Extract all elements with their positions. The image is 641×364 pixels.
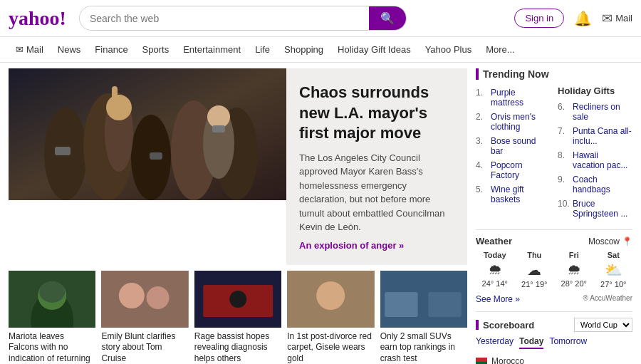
trending-item-5[interactable]: 6. Recliners on sale	[558, 100, 632, 124]
thumb-img-3	[287, 271, 374, 328]
trending-text-0[interactable]: Purple mattress	[491, 88, 551, 108]
trending-text-7[interactable]: Hawaii vacation pac...	[573, 150, 632, 170]
nav-bar: ✉ Mail News Finance Sports Entertainment…	[0, 37, 641, 63]
weather-high-0: 24°	[482, 279, 494, 288]
trending-item-8[interactable]: 9. Coach handbags	[558, 172, 632, 197]
trending-item-2[interactable]: 3. Bose sound bar	[476, 134, 551, 158]
mail-area[interactable]: ✉ Mail	[602, 11, 632, 26]
content-left: Chaos surrounds new L.A. mayor's first m…	[9, 68, 467, 364]
trending-num-3: 4.	[476, 160, 487, 180]
thumb-img-1	[101, 271, 188, 328]
thumb-item-2[interactable]: Rage bassist hopes revealing diagnosis h…	[194, 271, 281, 364]
trending-text-8[interactable]: Coach handbags	[573, 175, 632, 194]
nav-item-news[interactable]: News	[51, 41, 88, 58]
svg-point-24	[229, 291, 246, 308]
nav-item-sports[interactable]: Sports	[135, 41, 177, 58]
svg-rect-9	[112, 86, 118, 104]
score-team-morocco: Morocco	[476, 356, 524, 364]
nav-item-yahoo-plus[interactable]: Yahoo Plus	[418, 41, 479, 58]
trending-item-4[interactable]: 5. Wine gift baskets	[476, 182, 551, 207]
svg-rect-29	[428, 292, 462, 317]
nav-item-entertainment[interactable]: Entertainment	[176, 41, 248, 58]
trending-item-7[interactable]: 8. Hawaii vacation pac...	[558, 148, 632, 172]
weather-day-name-3: Sat	[595, 251, 633, 259]
hero-text-panel: Chaos surrounds new L.A. mayor's first m…	[286, 68, 467, 265]
mail-label: Mail	[615, 13, 632, 24]
trending-num-1: 2.	[476, 112, 487, 132]
trending-text-1[interactable]: Orvis men's clothing	[491, 112, 551, 132]
weather-title-text: Weather	[476, 236, 512, 246]
svg-rect-28	[385, 292, 418, 317]
weather-section: Weather Moscow 📍 Today 🌧 24° 14° T	[476, 229, 632, 304]
trending-section: Trending Now 1. Purple mattress 2. Orvis…	[476, 68, 632, 221]
search-input[interactable]	[80, 6, 369, 30]
weather-day-1: Thu ☁ 21° 19°	[516, 251, 554, 288]
trending-text-2[interactable]: Bose sound bar	[491, 136, 551, 156]
svg-rect-14	[212, 125, 225, 132]
weather-location[interactable]: Moscow 📍	[588, 236, 632, 246]
weather-high-2: 28°	[561, 279, 573, 288]
thumbnails-row: Mariota leaves Falcons with no indicatio…	[9, 271, 467, 364]
weather-icon-0: 🌧	[476, 261, 514, 278]
nav-item-mail[interactable]: ✉ Mail	[9, 41, 51, 58]
thumb-caption-0: Mariota leaves Falcons with no indicatio…	[9, 331, 95, 364]
hero-svg	[9, 68, 286, 200]
mail-icon: ✉	[602, 11, 613, 26]
thumb-img-0	[9, 271, 95, 328]
yahoo-logo: yahoo!	[9, 7, 66, 30]
hero-placeholder	[9, 68, 286, 200]
weather-days: Today 🌧 24° 14° Thu ☁ 21° 19° F	[476, 251, 632, 288]
weather-icon-2: 🌧	[555, 261, 593, 278]
hero-headline: Chaos surrounds new L.A. mayor's first m…	[299, 83, 454, 144]
trending-num-5: 6.	[558, 102, 569, 122]
see-more-weather-link[interactable]: See More »	[476, 294, 520, 304]
nav-item-life[interactable]: Life	[248, 41, 277, 58]
trending-columns: 1. Purple mattress 2. Orvis men's clothi…	[476, 85, 632, 221]
svg-point-18	[39, 281, 65, 303]
nav-item-more[interactable]: More...	[479, 41, 521, 58]
nav-item-shopping[interactable]: Shopping	[277, 41, 330, 58]
thumb-item-4[interactable]: Only 2 small SUVs earn top rankings in c…	[380, 271, 467, 364]
weather-day-0: Today 🌧 24° 14°	[476, 251, 514, 288]
thumb-caption-2: Rage bassist hopes revealing diagnosis h…	[194, 331, 281, 364]
weather-icon-1: ☁	[516, 261, 554, 279]
trending-text-5[interactable]: Recliners on sale	[573, 102, 632, 122]
search-button[interactable]: 🔍	[369, 6, 406, 30]
scoreboard-title-text: Scoreboard	[483, 320, 534, 331]
hero-read-more-link[interactable]: An explosion of anger »	[299, 240, 454, 251]
thumb-svg-0	[9, 271, 95, 328]
score-tab-tomorrow[interactable]: Tomorrow	[549, 336, 587, 349]
thumb-item-1[interactable]: Emily Blunt clarifies story about Tom Cr…	[101, 271, 188, 364]
svg-rect-11	[150, 152, 162, 160]
trending-text-9[interactable]: Bruce Springsteen ...	[573, 199, 632, 219]
svg-point-26	[316, 281, 345, 310]
score-tab-yesterday[interactable]: Yesterday	[476, 336, 514, 349]
trending-item-6[interactable]: 7. Punta Cana all-inclu...	[558, 124, 632, 148]
nav-item-holiday-gifts[interactable]: Holiday Gift Ideas	[330, 41, 418, 58]
thumb-item-0[interactable]: Mariota leaves Falcons with no indicatio…	[9, 271, 95, 364]
location-pin-icon: 📍	[622, 236, 632, 246]
trending-item-0[interactable]: 1. Purple mattress	[476, 85, 551, 110]
nav-mail-icon: ✉	[16, 44, 24, 55]
weather-day-name-1: Thu	[516, 251, 554, 259]
trending-item-9[interactable]: 10. Bruce Springsteen ...	[558, 197, 632, 221]
score-tab-today[interactable]: Today	[519, 336, 543, 349]
scoreboard-bar-accent	[476, 320, 479, 330]
thumb-caption-1: Emily Blunt clarifies story about Tom Cr…	[101, 331, 188, 364]
scoreboard-title: Scoreboard	[476, 320, 534, 331]
trending-text-4[interactable]: Wine gift baskets	[491, 184, 551, 204]
sign-in-button[interactable]: Sign in	[514, 9, 564, 28]
svg-point-13	[207, 105, 230, 128]
svg-rect-19	[101, 271, 188, 328]
bell-icon[interactable]: 🔔	[574, 10, 592, 27]
trending-num-7: 8.	[558, 150, 569, 170]
trending-text-6[interactable]: Punta Cana all-inclu...	[573, 126, 632, 146]
nav-item-finance[interactable]: Finance	[88, 41, 135, 58]
trending-item-1[interactable]: 2. Orvis men's clothing	[476, 110, 551, 134]
scoreboard-sport-select[interactable]: World Cup	[574, 318, 632, 332]
trending-item-3[interactable]: 4. Popcorn Factory	[476, 158, 551, 182]
thumb-svg-2	[194, 271, 281, 328]
trending-text-3[interactable]: Popcorn Factory	[491, 160, 551, 180]
weather-low-2: 20°	[575, 279, 587, 288]
thumb-item-3[interactable]: In 1st post-divorce red carpet, Gisele w…	[287, 271, 374, 364]
